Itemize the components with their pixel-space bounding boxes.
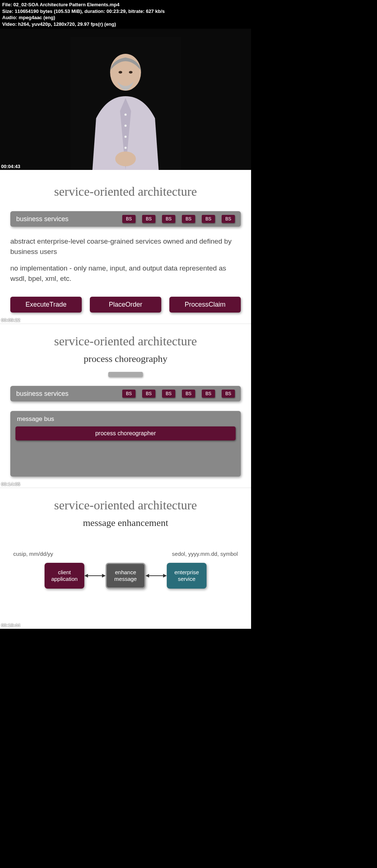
slide-description-1: abstract enterprise-level coarse-grained…	[10, 236, 241, 257]
video-frame-3: service-oriented architecture process ch…	[0, 324, 377, 488]
svg-marker-13	[145, 574, 149, 578]
slide-description-2: no implementation - only name, input, an…	[10, 263, 241, 283]
business-services-label: business services	[16, 390, 68, 398]
enterprise-service-box: enterprise service	[167, 563, 207, 589]
bs-pill: BS	[182, 390, 195, 398]
svg-point-2	[119, 71, 122, 74]
right-hint: sedol, yyyy.mm.dd, symbol	[172, 551, 238, 557]
bs-pill: BS	[122, 215, 135, 223]
timestamp-3: 00:14:05	[1, 481, 20, 487]
slide-business-services: service-oriented architecture business s…	[0, 170, 251, 324]
svg-point-5	[124, 125, 127, 127]
bs-pill: BS	[202, 390, 215, 398]
svg-marker-14	[163, 574, 167, 578]
process-choreographer-bar: process choreographer	[15, 426, 236, 440]
enhance-message-box: enhance message	[106, 563, 145, 589]
video-frame-1: 00:04:43	[0, 29, 377, 170]
message-bus-box: message bus process choreographer	[10, 411, 241, 477]
slide-subtitle: process choreography	[10, 353, 241, 365]
svg-marker-10	[84, 574, 88, 578]
bs-pill: BS	[162, 215, 175, 223]
bs-pill: BS	[142, 215, 155, 223]
svg-point-6	[124, 136, 127, 138]
bidirectional-arrow-icon	[145, 572, 167, 579]
slide-subtitle: message enhancement	[10, 517, 241, 529]
meta-size: Size: 110654190 bytes (105.53 MiB), dura…	[2, 8, 375, 15]
example-services-row: ExecuteTrade PlaceOrder ProcessClaim	[10, 297, 241, 313]
bs-pill: BS	[162, 390, 175, 398]
presenter-frame	[0, 29, 251, 170]
video-frame-4: service-oriented architecture message en…	[0, 488, 377, 629]
presenter-illustration	[70, 37, 181, 170]
media-metadata: File: 02_02-SOA Architecture Pattern Ele…	[0, 0, 377, 29]
business-services-bar: business services BS BS BS BS BS BS	[10, 211, 241, 227]
svg-marker-11	[102, 574, 106, 578]
bs-pill: BS	[222, 390, 235, 398]
example-process-claim: ProcessClaim	[169, 297, 241, 313]
svg-point-3	[129, 71, 133, 74]
slide-title: service-oriented architecture	[10, 185, 241, 199]
bs-pill: BS	[122, 390, 135, 398]
svg-point-7	[124, 147, 127, 149]
left-hint: cusip, mm/dd/yy	[13, 551, 53, 557]
example-place-order: PlaceOrder	[90, 297, 161, 313]
business-services-label: business services	[16, 215, 68, 223]
bs-pill: BS	[202, 215, 215, 223]
bs-pill: BS	[182, 215, 195, 223]
video-frame-2: service-oriented architecture business s…	[0, 170, 377, 324]
meta-audio: Audio: mpeg4aac (eng)	[2, 14, 375, 21]
client-application-box: client application	[45, 563, 84, 589]
timestamp-2: 00:09:22	[1, 317, 20, 323]
enhancement-flow: client application enhance message	[10, 563, 241, 589]
enhancement-hints: cusip, mm/dd/yy sedol, yyyy.mm.dd, symbo…	[13, 551, 238, 557]
bs-pill: BS	[142, 390, 155, 398]
timestamp-4: 00:18:44	[1, 623, 20, 628]
example-execute-trade: ExecuteTrade	[10, 297, 82, 313]
spacer-bar	[108, 372, 143, 377]
slide-title: service-oriented architecture	[10, 334, 241, 348]
business-services-bar: business services BS BS BS BS BS BS	[10, 386, 241, 401]
meta-file: File: 02_02-SOA Architecture Pattern Ele…	[2, 1, 375, 8]
bidirectional-arrow-icon	[84, 572, 106, 579]
slide-process-choreography: service-oriented architecture process ch…	[0, 324, 251, 488]
timestamp-1: 00:04:43	[1, 164, 20, 169]
meta-video: Video: h264, yuv420p, 1280x720, 29.97 fp…	[2, 21, 375, 28]
slide-title: service-oriented architecture	[10, 498, 241, 512]
svg-point-4	[124, 114, 127, 116]
slide-message-enhancement: service-oriented architecture message en…	[0, 488, 251, 629]
message-bus-label: message bus	[17, 415, 236, 423]
svg-point-8	[115, 151, 136, 166]
bs-pill: BS	[222, 215, 235, 223]
